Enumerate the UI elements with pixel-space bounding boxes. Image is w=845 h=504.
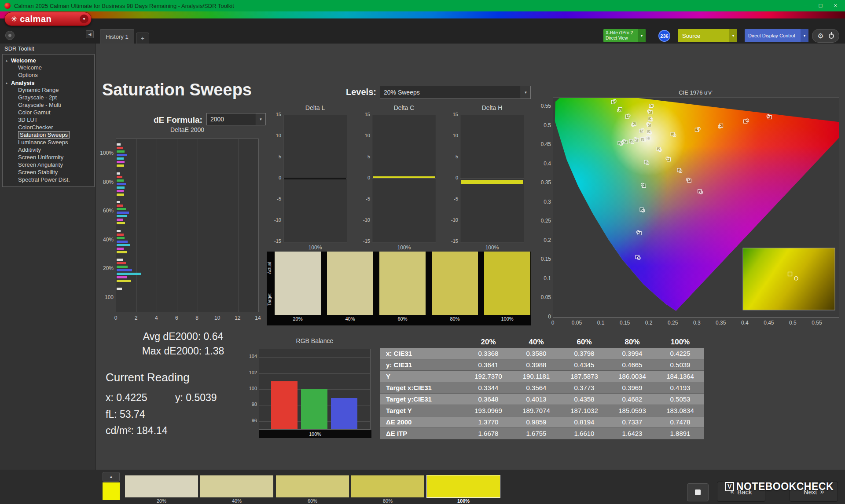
cie-axis-tick: 0.25 [534, 218, 551, 224]
reading-count-badge[interactable]: 236 [658, 30, 670, 42]
deltae-bar-cyan [117, 186, 125, 189]
cie-diagram [553, 98, 839, 318]
delta-axis-tick: 15 [359, 112, 370, 117]
saturation-swatch-label: 80% [432, 316, 478, 321]
cie-axis-tick: 0.3 [534, 199, 551, 205]
tree-item-screen-uniformity[interactable]: Screen Uniformity [3, 154, 94, 161]
current-reading-title: Current Reading [106, 371, 190, 384]
zero-gridline [460, 179, 524, 179]
level-swatch-60[interactable] [276, 475, 349, 497]
tree-section-label: Welcome [11, 57, 36, 64]
delta-axis-tick: 15 [447, 112, 458, 117]
table-row-label: Target x:CIE31 [380, 382, 464, 394]
next-button[interactable]: Next » [790, 482, 838, 502]
tree-item-grayscale-multi[interactable]: Grayscale - Multi [3, 102, 94, 109]
tree-item-additivity[interactable]: Additivity [3, 146, 94, 154]
calman-logo-button[interactable]: ✳ calman ▾ [4, 12, 92, 26]
table-cell: 0.4665 [608, 359, 656, 371]
current-reading-fl: fL: 53.74 [106, 409, 145, 420]
tree-item-saturation-sweeps[interactable]: Saturation Sweeps [3, 131, 94, 139]
tree-item-luminance-sweeps[interactable]: Luminance Sweeps [3, 139, 94, 146]
delta-axis-tick: 0 [270, 175, 281, 180]
minimize-button[interactable]: – [804, 0, 807, 11]
pattern-window-button[interactable] [687, 483, 709, 501]
table-row-label: x: CIE31 [380, 348, 464, 359]
app-icon [4, 3, 11, 9]
deltae-bar-green [117, 208, 126, 210]
page-title: Saturation Sweeps [102, 80, 252, 99]
level-swatch-40[interactable] [200, 475, 273, 497]
tree-item-color-gamut[interactable]: Color Gamut [3, 109, 94, 117]
pattern-window-eject-button[interactable]: ▲ [103, 472, 120, 482]
window-title: Calman 2025 Calman Ultimate for Business… [14, 3, 234, 9]
chevron-down-icon: ▾ [521, 86, 530, 99]
window-controls: – □ × [804, 0, 841, 11]
tree-section-analysis[interactable]: ▴Analysis [3, 79, 94, 87]
current-reading-x: x: 0.4225 [106, 392, 147, 404]
deltae-axis-tick: 2 [132, 315, 140, 321]
levels-dropdown[interactable]: 20% Sweeps ▾ [380, 86, 531, 99]
level-swatch-20[interactable] [125, 475, 198, 497]
deltae-bar-magenta [117, 248, 124, 250]
table-cell: 185.0593 [608, 405, 656, 416]
delta-axis-tick: 10 [270, 133, 281, 138]
level-swatch-100[interactable] [427, 475, 500, 497]
table-cell: 1.6423 [608, 428, 656, 439]
rgb-balance-bar [301, 389, 327, 429]
tree-item-colorchecker[interactable]: ColorChecker [3, 124, 94, 131]
tree-item-3d-lut[interactable]: 3D LUT [3, 117, 94, 124]
deltae-bar-green [117, 150, 125, 153]
deltae-axis-tick: 14 [254, 315, 262, 321]
power-icon[interactable] [829, 33, 834, 39]
cie-axis-tick: 0.5 [783, 320, 802, 326]
rgb-axis-tick: 104 [240, 354, 257, 359]
deltae-axis-tick: 10 [213, 315, 222, 321]
table-row-label: Y [380, 371, 464, 382]
sidebar-menu-button[interactable] [5, 31, 15, 40]
level-swatch-80[interactable] [351, 475, 424, 497]
table-cell: 0.5053 [656, 394, 704, 405]
cie-axis-tick: 0.15 [534, 256, 551, 262]
tree-item-screen-stability[interactable]: Screen Stability [3, 169, 94, 176]
tree-item-label: Additivity [18, 146, 41, 153]
de-formula-dropdown[interactable]: 2000 ▾ [206, 113, 266, 125]
back-button[interactable]: « Back [717, 482, 765, 502]
tree-item-spectral-power-dist[interactable]: Spectral Power Dist. [3, 176, 94, 184]
tree-item-screen-angularity[interactable]: Screen Angularity [3, 161, 94, 169]
tab-history-1[interactable]: History 1 [100, 29, 134, 44]
table-cell: 0.5039 [656, 359, 704, 371]
add-tab-button[interactable]: + [136, 33, 149, 44]
tree-item-label: Screen Uniformity [18, 154, 63, 161]
target-row-label: Target [267, 284, 274, 315]
deltae-bar-green [117, 266, 128, 268]
tree-item-grayscale-2pt[interactable]: Grayscale - 2pt [3, 94, 94, 102]
calman-logo-text: calman [20, 14, 80, 24]
cie-axis-tick: 0.5 [534, 122, 551, 128]
gear-icon[interactable]: ⚙ [817, 33, 823, 40]
content: Saturation Sweeps dE Formula: 2000 ▾ Lev… [96, 44, 845, 470]
tree-item-label: Screen Stability [18, 169, 58, 175]
cie-axis-tick: 0.25 [663, 320, 683, 326]
cie-axis-tick: 0.3 [687, 320, 706, 326]
table-cell: 0.4682 [608, 394, 656, 405]
delta-axis-tick: -10 [447, 217, 458, 223]
table-cell: 193.0969 [464, 405, 512, 416]
rgb-axis-tick: 102 [240, 370, 257, 375]
delta-axis-tick: 0 [447, 175, 458, 180]
tree-item-label: Grayscale - 2pt [18, 94, 57, 101]
deltae-gridline [157, 139, 157, 312]
rgb-axis-tick: 98 [240, 402, 257, 407]
source-dropdown[interactable]: Source ▾ [678, 29, 737, 42]
tree-item-welcome[interactable]: Welcome [3, 64, 94, 72]
cie-axis-tick: 0.55 [807, 320, 827, 326]
saturation-swatch-40 [327, 252, 373, 315]
tree-item-options[interactable]: Options [3, 72, 94, 79]
tree-section-welcome[interactable]: ▴Welcome [3, 57, 94, 64]
close-button[interactable]: × [834, 0, 837, 11]
maximize-button[interactable]: □ [819, 0, 823, 11]
sidebar-collapse-button[interactable]: ◀ [86, 30, 94, 38]
table-cell: 0.7478 [656, 416, 704, 428]
meter-selector-dropdown[interactable]: X-Rite i1Pro 2 Direct View ▾ [603, 29, 646, 42]
display-control-dropdown[interactable]: Direct Display Control ▾ [745, 29, 808, 42]
tree-item-dynamic-range[interactable]: Dynamic Range [3, 87, 94, 94]
